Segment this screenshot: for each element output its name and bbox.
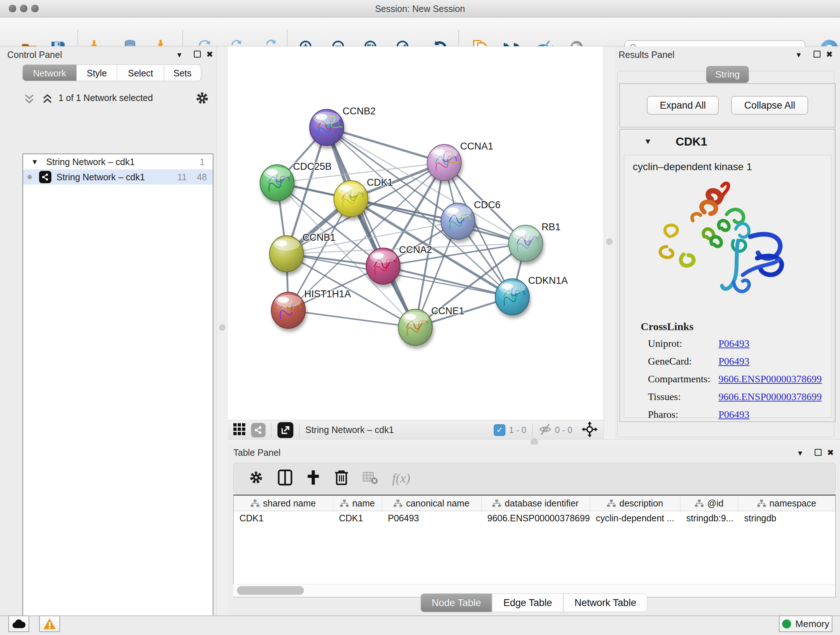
hidden-eye-icon[interactable]	[538, 423, 552, 437]
table-hscrollbar-thumb[interactable]	[237, 586, 304, 595]
crosslink-value[interactable]: P06493	[718, 356, 750, 367]
network-node-CCNA1[interactable]: CCNA1	[427, 141, 493, 181]
left-splitter[interactable]	[216, 46, 229, 616]
selected-counts: 1 - 0	[509, 425, 526, 435]
network-node-CDKN1A[interactable]: CDKN1A	[495, 275, 568, 315]
cloud-button[interactable]	[8, 616, 29, 632]
tab-select[interactable]: Select	[117, 65, 164, 81]
network-node-label: CDC6	[474, 200, 501, 211]
table-cell[interactable]: P06493	[382, 511, 482, 526]
network-node-CDC6[interactable]: CDC6	[441, 200, 501, 239]
right-splitter-handle[interactable]	[606, 239, 613, 245]
close-panel-icon[interactable]: ✖	[826, 50, 833, 59]
column-header-shared-name[interactable]: shared name	[234, 496, 333, 511]
maximize-panel-icon[interactable]	[813, 51, 821, 57]
crosslink-row: Tissues:9606.ENSP00000378699	[648, 391, 831, 402]
network-type-icon[interactable]	[251, 423, 265, 437]
crosslink-value[interactable]: 9606.ENSP00000378699	[718, 391, 821, 402]
float-panel-icon[interactable]: ▾	[798, 449, 802, 457]
table-body: CDK1CDK1P064939606.ENSP00000378699cyclin…	[234, 511, 835, 526]
collection-expand-caret[interactable]: ▼	[31, 158, 38, 166]
tab-network[interactable]: Network	[22, 65, 77, 81]
table-row[interactable]: CDK1CDK1P064939606.ENSP00000378699cyclin…	[234, 511, 835, 526]
memory-button[interactable]: Memory	[779, 616, 832, 632]
tab-network-table[interactable]: Network Table	[563, 593, 647, 612]
table-cell[interactable]: cyclin-dependent ...	[590, 511, 681, 526]
selected-checkbox-icon[interactable]: ✓	[494, 424, 505, 436]
crosslink-value[interactable]: P06493	[718, 409, 750, 420]
expand-all-button[interactable]: Expand All	[647, 96, 719, 115]
crosslinks-heading: CrossLinks	[641, 320, 831, 333]
network-row-selected[interactable]: String Network – cdk1 11 48	[23, 169, 213, 185]
collapse-all-button[interactable]: Collapse All	[731, 96, 808, 115]
network-node-HIST1H1A[interactable]: HIST1H1A	[271, 288, 351, 328]
tab-node-table[interactable]: Node Table	[420, 593, 492, 612]
results-buttons-box: Expand All Collapse All	[619, 83, 836, 127]
table-cell[interactable]: 9606.ENSP00000378699	[482, 511, 590, 526]
column-header-canonical-name[interactable]: canonical name	[382, 496, 482, 511]
network-node-CCNE1[interactable]: CCNE1	[398, 306, 464, 345]
tab-sets[interactable]: Sets	[164, 65, 201, 81]
section-collapse-caret[interactable]: ▼	[644, 137, 652, 146]
table-cell[interactable]: stringdb:9...	[681, 511, 738, 526]
crosslink-value[interactable]: P06493	[718, 338, 750, 349]
float-panel-icon[interactable]: ▾	[797, 51, 801, 59]
column-header-database-identifier[interactable]: database identifier	[482, 496, 590, 511]
column-header-namespace[interactable]: namespace	[738, 496, 835, 511]
table-cell[interactable]: CDK1	[333, 511, 382, 526]
network-view-title: String Network – cdk1	[305, 424, 394, 435]
collection-label: String Network – cdk1	[46, 157, 135, 167]
network-node-label: CCNA1	[460, 141, 493, 152]
network-node-label: CCNB1	[302, 232, 336, 243]
birds-eye-view-icon[interactable]	[233, 423, 246, 437]
network-status-dot	[27, 175, 32, 179]
delete-column-icon[interactable]	[334, 470, 349, 487]
crosslink-row: Pharos:P06493	[648, 409, 831, 420]
hidden-counts: 0 - 0	[555, 425, 572, 435]
network-edge-hist1h1a-ccne1[interactable]	[288, 310, 415, 327]
maximize-panel-icon[interactable]	[815, 449, 821, 456]
open-in-window-icon[interactable]	[278, 422, 294, 438]
close-panel-icon[interactable]: ✖	[206, 50, 213, 59]
float-panel-icon[interactable]: ▾	[177, 51, 182, 59]
memory-label: Memory	[796, 618, 829, 630]
column-header-label: canonical name	[406, 498, 469, 509]
network-canvas[interactable]: CCNB2CCNA1CDC25BCDK1CDC6RB1CCNB1CCNA2CDK…	[228, 46, 603, 420]
network-view-toolbar: String Network – cdk1 ✓ 1 - 0 0 - 0	[228, 420, 603, 440]
warning-button[interactable]	[39, 616, 60, 632]
pan-crosshair-icon[interactable]	[582, 421, 598, 439]
cdk1-section-header[interactable]: ▼ CDK1	[620, 130, 835, 154]
network-edge-ccnb2-ccna1[interactable]	[327, 127, 444, 163]
crosslink-value[interactable]: 9606.ENSP00000378699	[718, 373, 821, 385]
crosslinks-list: Uniprot:P06493GeneCard:P06493Compartment…	[648, 338, 831, 420]
window-title: Session: New Session	[0, 4, 840, 14]
network-node-RB1[interactable]: RB1	[508, 222, 561, 261]
crosslink-label: Compartments:	[648, 373, 718, 385]
tab-string[interactable]: String	[706, 66, 749, 83]
table-gear-icon[interactable]	[248, 470, 264, 487]
table-cell[interactable]: stringdb	[738, 511, 835, 526]
select-columns-icon[interactable]	[278, 470, 292, 487]
tab-style[interactable]: Style	[77, 65, 117, 81]
column-header-description[interactable]: description	[590, 496, 681, 511]
crosslink-label: GeneCard:	[648, 356, 718, 367]
column-header-name[interactable]: name	[333, 496, 382, 511]
cloud-icon	[12, 619, 26, 629]
crosslink-row: Compartments:9606.ENSP00000378699	[648, 373, 831, 385]
maximize-panel-icon[interactable]	[194, 51, 201, 57]
tab-edge-table[interactable]: Edge Table	[492, 593, 563, 612]
control-panel-title: Control Panel	[7, 50, 62, 60]
network-node-count: 11	[177, 172, 187, 182]
gear-icon[interactable]	[195, 90, 210, 107]
table-cell[interactable]: CDK1	[234, 511, 333, 526]
network-collection-row[interactable]: ▼ String Network – cdk1 1	[23, 154, 213, 169]
column-header-@id[interactable]: @id	[681, 496, 738, 511]
network-node-CCNA2[interactable]: CCNA2	[366, 244, 432, 284]
close-panel-icon[interactable]: ✖	[827, 448, 834, 457]
network-node-label: RB1	[542, 222, 561, 233]
add-column-icon[interactable]	[306, 470, 321, 487]
left-splitter-handle[interactable]	[219, 325, 225, 331]
column-header-label: @id	[707, 498, 723, 509]
crosslink-row: GeneCard:P06493	[648, 356, 831, 367]
title-bar: Session: New Session	[0, 0, 840, 17]
